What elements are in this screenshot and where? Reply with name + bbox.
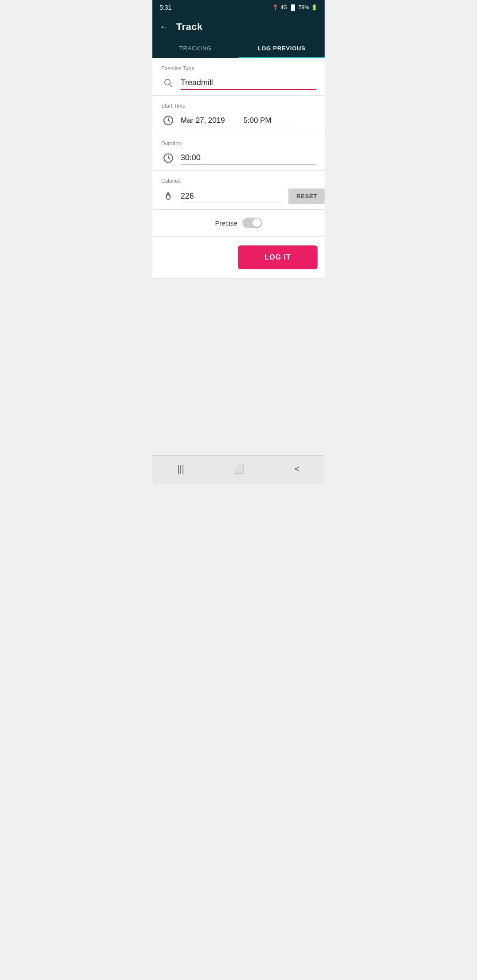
flame-icon xyxy=(161,189,175,204)
status-time: 5:31 xyxy=(159,4,171,11)
start-time-row xyxy=(161,113,316,128)
exercise-type-row xyxy=(161,76,316,90)
form-content: Exercise Type Start Time xyxy=(152,58,325,279)
header: ← Track xyxy=(152,15,325,39)
tab-log-previous[interactable]: LOG PREVIOUS xyxy=(238,39,325,58)
start-date-input[interactable] xyxy=(181,114,238,127)
calories-row: RESET xyxy=(161,188,316,204)
duration-clock-icon xyxy=(161,151,175,165)
log-it-button[interactable]: LOG IT xyxy=(238,245,318,269)
calories-label: Calories xyxy=(161,178,316,184)
start-time-input[interactable] xyxy=(243,114,288,127)
duration-label: Duration xyxy=(161,140,316,147)
status-icons: 📍 4G ▐▌ 59% 🔋 xyxy=(272,4,318,11)
toggle-thumb xyxy=(252,219,261,227)
location-icon: 📍 xyxy=(272,4,279,11)
tab-bar: TRACKING LOG PREVIOUS xyxy=(152,39,325,58)
precise-toggle[interactable] xyxy=(242,218,262,228)
log-section: LOG IT xyxy=(152,237,325,279)
start-time-label: Start Time xyxy=(161,103,316,109)
recent-apps-icon[interactable]: ||| xyxy=(168,462,193,476)
page-title: Track xyxy=(176,21,203,33)
exercise-type-label: Exercise Type xyxy=(161,65,316,72)
duration-input[interactable] xyxy=(181,151,316,165)
status-bar: 5:31 📍 4G ▐▌ 59% 🔋 xyxy=(152,0,325,15)
empty-space xyxy=(152,279,325,455)
bottom-nav: ||| ⬜ < xyxy=(152,455,325,484)
signal-bars-icon: ▐▌ xyxy=(289,4,297,11)
home-icon[interactable]: ⬜ xyxy=(225,462,254,476)
clock-icon xyxy=(161,113,175,128)
back-nav-icon[interactable]: < xyxy=(286,462,309,476)
exercise-type-section: Exercise Type xyxy=(152,58,325,96)
tab-tracking[interactable]: TRACKING xyxy=(152,39,238,58)
calories-input[interactable] xyxy=(181,190,283,203)
exercise-type-input[interactable] xyxy=(181,76,316,90)
precise-row: Precise xyxy=(152,210,325,237)
duration-row xyxy=(161,151,316,165)
precise-label: Precise xyxy=(215,219,237,227)
battery-icon: 🔋 xyxy=(311,4,318,11)
svg-point-0 xyxy=(165,79,170,85)
svg-line-1 xyxy=(170,84,172,87)
network-icon: 4G xyxy=(280,4,288,11)
back-button[interactable]: ← xyxy=(159,22,169,32)
battery-text: 59% xyxy=(299,4,309,11)
start-time-section: Start Time xyxy=(152,96,325,133)
reset-button[interactable]: RESET xyxy=(288,188,325,204)
search-icon xyxy=(161,76,175,90)
start-time-inputs xyxy=(181,114,288,127)
duration-section: Duration xyxy=(152,133,325,171)
calories-section: Calories RESET xyxy=(152,171,325,210)
